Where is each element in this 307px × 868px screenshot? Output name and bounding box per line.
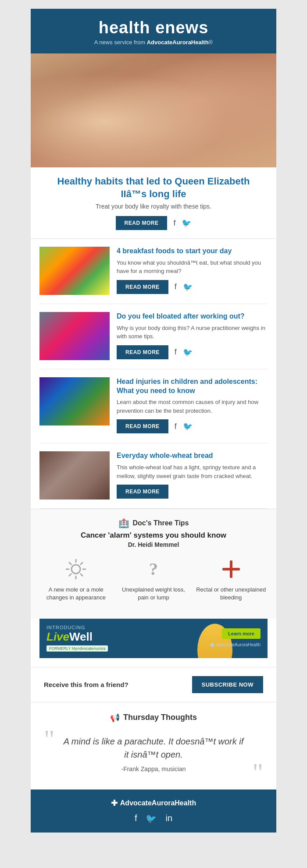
tip-item-bleeding: Rectal or other unexplained bleeding [194,556,268,602]
article-read-more-bread[interactable]: READ MORE [117,485,168,499]
article-thumb-bread [39,451,110,500]
article-btn-row-bloated: READ MORE f 🐦 [117,345,268,359]
livewell-well: Well [69,630,93,643]
thoughts-header: 📢 Thursday Thoughts [48,713,259,723]
advocate-logo-cross: ✚ [210,641,215,648]
svg-point-0 [71,565,80,574]
tips-header: 🏥 Doc's Three Tips [39,518,268,528]
article-card-breakfast: 4 breakfast foods to start your day You … [39,239,268,304]
tips-section: 🏥 Doc's Three Tips Cancer 'alarm' system… [31,509,276,618]
svg-text:?: ? [149,559,158,579]
article-thumb-bloated [39,312,110,360]
hero-title: Healthy habits that led to Queen Elizabe… [44,175,263,200]
footer-logo-text: AdvocateAuroraHealth [120,799,196,807]
article-title-bread: Everyday whole-wheat bread [117,451,268,461]
tip-bleeding-icon [218,556,244,582]
article-content-bloated: Do you feel bloated after working out? W… [117,312,268,361]
hero-image [31,53,276,167]
footer-linkedin-icon[interactable]: in [165,813,172,824]
advocate-logo-text: AdvocateAuroraHealth [216,642,261,647]
article-card-bloated: Do you feel bloated after working out? W… [39,304,268,369]
livewell-title: LiveWell [46,630,108,644]
hero-section: Healthy habits that led to Queen Elizabe… [31,167,276,239]
livewell-formerly: FORMERLY MyAdvocateAurora [46,645,108,652]
article-btn-row-breakfast: READ MORE f 🐦 [117,280,268,294]
article-btn-row-bread: READ MORE [117,485,268,499]
header: health enews A news service from Advocat… [31,9,276,53]
svg-line-8 [69,574,71,576]
subscribe-section: Receive this from a friend? SUBSCRIBE NO… [31,667,276,702]
hero-read-more-button[interactable]: READ MORE [116,216,168,230]
article-desc-bloated: Why is your body doing this? A nurse pra… [117,324,268,341]
quote-text: A mind is like a parachute. It doesnâ™t … [61,735,246,761]
hero-btn-row: READ MORE f 🐦 [44,216,263,230]
livewell-banner: INTRODUCING LiveWell FORMERLY MyAdvocate… [39,619,268,658]
article-card-bread: Everyday whole-wheat bread This whole-wh… [39,443,268,509]
footer-logo: ✚ AdvocateAuroraHealth [39,798,268,808]
subscribe-button[interactable]: SUBSCRIBE NOW [192,676,263,693]
tips-label: Doc's Three Tips [133,519,189,527]
article-btn-row-head-injuries: READ MORE f 🐦 [117,419,268,433]
tip-mole-text: A new mole or a mole changes in appearan… [39,586,113,602]
article-thumb-breakfast [39,247,110,295]
subscribe-text: Receive this from a friend? [44,681,129,688]
livewell-live: Live [46,630,69,643]
thoughts-label: Thursday Thoughts [123,713,197,722]
tip-item-weight: ? Unexplained weight loss, pain or lump [117,556,190,602]
tip-bleeding-text: Rectal or other unexplained bleeding [194,586,268,602]
article-read-more-head-injuries[interactable]: READ MORE [117,419,168,433]
livewell-intro: INTRODUCING [46,625,108,630]
article-title-bloated: Do you feel bloated after working out? [117,312,268,321]
head-injuries-twitter-icon[interactable]: 🐦 [183,422,193,431]
article-desc-breakfast: You know what you shouldnâ™t eat, but wh… [117,259,268,276]
svg-line-5 [69,562,71,565]
livewell-learn-more-button[interactable]: Learn more [222,628,261,639]
quote-container: " A mind is like a parachute. It doesnâ™… [48,730,259,777]
footer-cross-icon: ✚ [111,798,118,808]
footer-twitter-icon[interactable]: 🐦 [146,813,157,824]
article-read-more-breakfast[interactable]: READ MORE [117,280,168,294]
livewell-advocate-logo: ✚ AdvocateAuroraHealth [210,641,261,648]
hero-twitter-icon[interactable]: 🐦 [182,218,191,228]
livewell-right: Learn more ✚ AdvocateAuroraHealth [210,628,261,648]
quote-author: -Frank Zappa, musician [61,765,246,772]
livewell-left: INTRODUCING LiveWell FORMERLY MyAdvocate… [46,625,108,652]
tips-doctor: Dr. Heidi Memmel [39,541,268,548]
article-desc-head-injuries: Learn about the most common causes of in… [117,398,268,415]
bloated-facebook-icon[interactable]: f [175,347,177,357]
tip-mole-icon [63,556,89,582]
article-card-head-injuries: Head injuries in children and adolescent… [39,369,268,444]
svg-rect-11 [222,568,240,570]
article-content-head-injuries: Head injuries in children and adolescent… [117,377,268,436]
head-injuries-facebook-icon[interactable]: f [175,422,177,431]
tip-weight-icon: ? [140,556,167,582]
bloated-twitter-icon[interactable]: 🐦 [183,347,193,357]
quote-mark-left: " [44,726,55,752]
footer-facebook-icon[interactable]: f [135,813,137,824]
tip-weight-text: Unexplained weight loss, pain or lump [117,586,190,602]
footer: ✚ AdvocateAuroraHealth f 🐦 in [31,790,276,833]
article-thumb-head-injuries [39,377,110,425]
breakfast-twitter-icon[interactable]: 🐦 [183,282,193,292]
megaphone-icon: 📢 [110,713,120,723]
footer-social: f 🐦 in [39,813,268,824]
tips-stethoscope-icon: 🏥 [118,518,129,528]
svg-line-6 [80,574,83,576]
hero-facebook-icon[interactable]: f [173,219,175,228]
article-desc-bread: This whole-wheat loaf has a light, sprin… [117,463,268,480]
article-read-more-bloated[interactable]: READ MORE [117,345,168,359]
hero-image-inner [31,53,276,167]
site-title: health enews [39,18,268,37]
article-title-head-injuries: Head injuries in children and adolescent… [117,377,268,396]
tips-main-title: Cancer 'alarm' systems you should know [39,531,268,540]
tip-item-mole: A new mole or a mole changes in appearan… [39,556,113,602]
thoughts-section: 📢 Thursday Thoughts " A mind is like a p… [31,702,276,790]
header-subtitle: A news service from AdvocateAuroraHealth… [39,39,268,46]
article-content-breakfast: 4 breakfast foods to start your day You … [117,247,268,296]
tips-grid: A new mole or a mole changes in appearan… [39,556,268,602]
hero-subtitle: Treat your body like royalty with these … [44,203,263,210]
svg-line-7 [80,562,83,565]
breakfast-facebook-icon[interactable]: f [175,282,177,291]
quote-mark-right: " [253,759,264,786]
article-title-breakfast: 4 breakfast foods to start your day [117,247,268,256]
